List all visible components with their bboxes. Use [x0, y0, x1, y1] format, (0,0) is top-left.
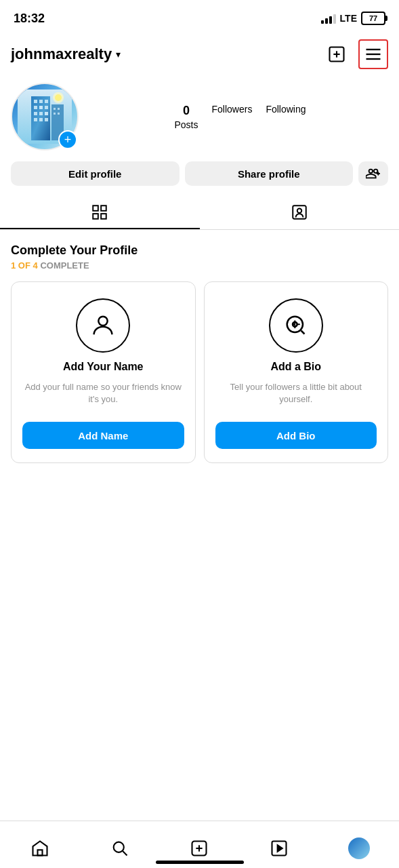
- add-name-card: Add Your Name Add your full name so your…: [11, 281, 196, 463]
- progress-count: 1 OF 4: [11, 260, 38, 271]
- nav-search[interactable]: [103, 833, 137, 863]
- svg-point-37: [113, 842, 123, 852]
- complete-profile-section: Complete Your Profile 1 OF 4 COMPLETE Ad…: [0, 230, 399, 474]
- tab-grid[interactable]: [0, 197, 200, 229]
- svg-rect-13: [45, 106, 48, 109]
- content-tabs: [0, 197, 399, 230]
- complete-profile-title: Complete Your Profile: [11, 243, 388, 258]
- header: johnmaxrealty ▾: [0, 34, 399, 77]
- svg-line-38: [123, 851, 127, 855]
- posts-label: Posts: [174, 119, 198, 130]
- edit-profile-button[interactable]: Edit profile: [11, 161, 180, 186]
- svg-rect-30: [101, 214, 106, 219]
- username-area[interactable]: johnmaxrealty ▾: [11, 45, 121, 63]
- stats-area: 0 Posts Followers Following: [92, 104, 388, 130]
- followers-stat[interactable]: Followers: [211, 104, 252, 130]
- progress-suffix: COMPLETE: [40, 260, 89, 271]
- status-bar: 18:32 LTE 77: [0, 0, 399, 34]
- svg-rect-19: [45, 118, 48, 121]
- svg-rect-27: [93, 205, 99, 211]
- menu-button[interactable]: [358, 39, 388, 69]
- svg-rect-11: [34, 106, 37, 109]
- svg-rect-18: [39, 118, 43, 121]
- svg-marker-43: [278, 845, 282, 851]
- username-label: johnmaxrealty: [11, 45, 112, 63]
- share-profile-button[interactable]: Share profile: [185, 161, 354, 186]
- svg-rect-10: [45, 100, 48, 103]
- svg-rect-15: [39, 112, 43, 115]
- svg-rect-29: [93, 214, 99, 219]
- posts-count: 0: [183, 104, 190, 118]
- complete-profile-subtitle: 1 OF 4 COMPLETE: [11, 260, 388, 271]
- status-right: LTE 77: [321, 12, 385, 25]
- add-post-button[interactable]: [322, 39, 352, 69]
- svg-point-26: [55, 94, 62, 101]
- add-bio-card: Add a Bio Tell your followers a little b…: [204, 281, 389, 463]
- person-icon-circle: [76, 298, 130, 353]
- add-bio-desc: Tell your followers a little bit about y…: [215, 381, 377, 408]
- svg-point-33: [99, 317, 108, 326]
- nav-create[interactable]: [182, 833, 216, 863]
- battery-icon: 77: [361, 12, 385, 25]
- svg-rect-8: [34, 100, 37, 103]
- svg-rect-28: [101, 205, 106, 211]
- bio-icon-circle: [269, 298, 323, 353]
- signal-icon: [321, 13, 336, 24]
- svg-rect-16: [45, 112, 48, 115]
- svg-rect-14: [34, 112, 37, 115]
- nav-profile[interactable]: [342, 833, 376, 863]
- svg-rect-31: [293, 205, 306, 219]
- svg-rect-9: [39, 100, 43, 103]
- svg-rect-24: [58, 113, 60, 115]
- avatar-wrapper: +: [11, 83, 79, 151]
- svg-rect-22: [58, 108, 60, 110]
- status-time: 18:32: [14, 12, 45, 26]
- followers-label: Followers: [211, 104, 252, 115]
- action-buttons: Edit profile Share profile: [0, 161, 399, 197]
- home-indicator: [156, 861, 244, 864]
- svg-rect-23: [54, 113, 56, 115]
- svg-rect-21: [54, 108, 56, 110]
- header-icons: [322, 39, 388, 69]
- profile-cards: Add Your Name Add your full name so your…: [11, 281, 388, 463]
- add-name-desc: Add your full name so your friends know …: [22, 381, 184, 408]
- add-bio-button[interactable]: Add Bio: [215, 422, 377, 449]
- following-stat[interactable]: Following: [266, 104, 306, 130]
- svg-rect-12: [39, 106, 43, 109]
- nav-home[interactable]: [23, 833, 57, 863]
- nav-profile-avatar: [348, 837, 370, 859]
- lte-label: LTE: [340, 13, 357, 24]
- add-bio-title: Add a Bio: [270, 361, 321, 373]
- svg-point-32: [297, 209, 302, 214]
- add-story-button[interactable]: +: [58, 130, 77, 149]
- nav-reels[interactable]: [262, 833, 296, 863]
- tab-tagged[interactable]: [200, 197, 400, 229]
- add-name-title: Add Your Name: [63, 361, 144, 373]
- svg-rect-17: [34, 118, 37, 121]
- posts-stat[interactable]: 0 Posts: [174, 104, 198, 130]
- chevron-down-icon: ▾: [116, 49, 121, 60]
- following-label: Following: [266, 104, 306, 115]
- profile-section: + 0 Posts Followers Following: [0, 77, 399, 161]
- add-person-button[interactable]: [358, 161, 388, 186]
- svg-rect-36: [37, 850, 42, 855]
- add-name-button[interactable]: Add Name: [22, 422, 184, 449]
